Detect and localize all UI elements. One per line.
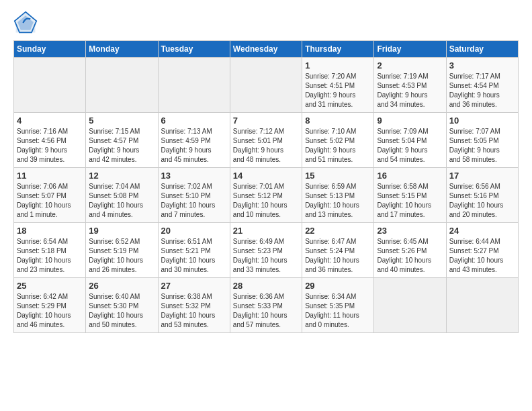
day-number: 26 (89, 281, 154, 291)
day-header-monday: Monday (86, 41, 158, 58)
calendar-cell: 29Sunrise: 6:34 AM Sunset: 5:35 PM Dayli… (302, 278, 374, 333)
calendar-cell: 18Sunrise: 6:54 AM Sunset: 5:18 PM Dayli… (14, 223, 86, 278)
svg-marker-2 (17, 15, 33, 30)
calendar-cell: 4Sunrise: 7:16 AM Sunset: 4:56 PM Daylig… (14, 113, 86, 168)
week-row-4: 25Sunrise: 6:42 AM Sunset: 5:29 PM Dayli… (14, 278, 519, 333)
day-info: Sunrise: 6:44 AM Sunset: 5:27 PM Dayligh… (449, 237, 515, 275)
day-info: Sunrise: 6:54 AM Sunset: 5:18 PM Dayligh… (17, 237, 83, 275)
day-number: 2 (377, 60, 443, 71)
calendar-cell: 8Sunrise: 7:10 AM Sunset: 5:02 PM Daylig… (302, 113, 374, 168)
day-number: 15 (305, 171, 371, 181)
day-info: Sunrise: 6:49 AM Sunset: 5:23 PM Dayligh… (233, 237, 299, 275)
day-number: 17 (449, 171, 515, 181)
day-number: 12 (89, 171, 154, 181)
day-info: Sunrise: 6:45 AM Sunset: 5:26 PM Dayligh… (377, 237, 443, 275)
calendar-cell (230, 58, 302, 113)
day-number: 3 (449, 60, 515, 71)
day-number: 5 (89, 116, 154, 126)
day-number: 21 (233, 226, 299, 236)
calendar-cell: 12Sunrise: 7:04 AM Sunset: 5:08 PM Dayli… (86, 168, 158, 223)
day-info: Sunrise: 7:17 AM Sunset: 4:54 PM Dayligh… (449, 72, 515, 109)
day-info: Sunrise: 6:38 AM Sunset: 5:32 PM Dayligh… (161, 292, 227, 330)
day-number: 14 (233, 171, 299, 181)
day-number: 13 (161, 171, 227, 181)
day-number: 29 (305, 281, 371, 291)
day-number: 4 (17, 116, 83, 126)
day-header-tuesday: Tuesday (158, 41, 230, 58)
calendar-cell: 1Sunrise: 7:20 AM Sunset: 4:51 PM Daylig… (302, 58, 374, 113)
calendar-cell: 15Sunrise: 6:59 AM Sunset: 5:13 PM Dayli… (302, 168, 374, 223)
day-info: Sunrise: 6:51 AM Sunset: 5:21 PM Dayligh… (161, 237, 227, 275)
day-info: Sunrise: 7:02 AM Sunset: 5:10 PM Dayligh… (161, 182, 227, 220)
calendar-cell: 11Sunrise: 7:06 AM Sunset: 5:07 PM Dayli… (14, 168, 86, 223)
day-number: 8 (305, 116, 371, 126)
day-number: 9 (377, 116, 443, 126)
day-info: Sunrise: 7:06 AM Sunset: 5:07 PM Dayligh… (17, 182, 83, 220)
day-info: Sunrise: 7:10 AM Sunset: 5:02 PM Dayligh… (305, 127, 371, 165)
logo (13, 11, 40, 35)
day-info: Sunrise: 7:04 AM Sunset: 5:08 PM Dayligh… (89, 182, 154, 220)
day-info: Sunrise: 7:16 AM Sunset: 4:56 PM Dayligh… (17, 127, 83, 165)
calendar-table: SundayMondayTuesdayWednesdayThursdayFrid… (13, 40, 519, 333)
calendar-cell: 25Sunrise: 6:42 AM Sunset: 5:29 PM Dayli… (14, 278, 86, 333)
day-info: Sunrise: 6:34 AM Sunset: 5:35 PM Dayligh… (305, 292, 371, 330)
day-header-thursday: Thursday (302, 41, 374, 58)
day-header-saturday: Saturday (446, 41, 518, 58)
day-info: Sunrise: 6:47 AM Sunset: 5:24 PM Dayligh… (305, 237, 371, 275)
day-info: Sunrise: 7:19 AM Sunset: 4:53 PM Dayligh… (377, 72, 443, 109)
calendar-cell (374, 278, 446, 333)
day-info: Sunrise: 7:09 AM Sunset: 5:04 PM Dayligh… (377, 127, 443, 165)
calendar-cell: 2Sunrise: 7:19 AM Sunset: 4:53 PM Daylig… (374, 58, 446, 113)
week-row-0: 1Sunrise: 7:20 AM Sunset: 4:51 PM Daylig… (14, 58, 519, 113)
day-number: 10 (449, 116, 515, 126)
calendar-cell: 14Sunrise: 7:01 AM Sunset: 5:12 PM Dayli… (230, 168, 302, 223)
day-number: 22 (305, 226, 371, 236)
calendar-cell (86, 58, 158, 113)
day-number: 24 (449, 226, 515, 236)
day-info: Sunrise: 7:07 AM Sunset: 5:05 PM Dayligh… (449, 127, 515, 165)
day-number: 18 (17, 226, 83, 236)
day-info: Sunrise: 6:42 AM Sunset: 5:29 PM Dayligh… (17, 292, 83, 330)
calendar-cell: 26Sunrise: 6:40 AM Sunset: 5:30 PM Dayli… (86, 278, 158, 333)
calendar-cell: 17Sunrise: 6:56 AM Sunset: 5:16 PM Dayli… (446, 168, 518, 223)
day-number: 23 (377, 226, 443, 236)
logo-icon (13, 11, 38, 35)
day-info: Sunrise: 6:40 AM Sunset: 5:30 PM Dayligh… (89, 292, 154, 330)
calendar-cell (446, 278, 518, 333)
day-info: Sunrise: 7:15 AM Sunset: 4:57 PM Dayligh… (89, 127, 154, 165)
day-header-wednesday: Wednesday (230, 41, 302, 58)
week-row-3: 18Sunrise: 6:54 AM Sunset: 5:18 PM Dayli… (14, 223, 519, 278)
calendar-cell: 20Sunrise: 6:51 AM Sunset: 5:21 PM Dayli… (158, 223, 230, 278)
day-number: 6 (161, 116, 227, 126)
calendar-cell: 19Sunrise: 6:52 AM Sunset: 5:19 PM Dayli… (86, 223, 158, 278)
day-number: 20 (161, 226, 227, 236)
day-info: Sunrise: 7:13 AM Sunset: 4:59 PM Dayligh… (161, 127, 227, 165)
day-info: Sunrise: 7:01 AM Sunset: 5:12 PM Dayligh… (233, 182, 299, 220)
day-number: 27 (161, 281, 227, 291)
page: SundayMondayTuesdayWednesdayThursdayFrid… (0, 0, 532, 340)
day-number: 19 (89, 226, 154, 236)
day-number: 16 (377, 171, 443, 181)
calendar-cell: 5Sunrise: 7:15 AM Sunset: 4:57 PM Daylig… (86, 113, 158, 168)
calendar-cell: 13Sunrise: 7:02 AM Sunset: 5:10 PM Dayli… (158, 168, 230, 223)
calendar-cell: 24Sunrise: 6:44 AM Sunset: 5:27 PM Dayli… (446, 223, 518, 278)
calendar-cell: 28Sunrise: 6:36 AM Sunset: 5:33 PM Dayli… (230, 278, 302, 333)
calendar-cell: 3Sunrise: 7:17 AM Sunset: 4:54 PM Daylig… (446, 58, 518, 113)
calendar-cell (158, 58, 230, 113)
calendar-cell: 16Sunrise: 6:58 AM Sunset: 5:15 PM Dayli… (374, 168, 446, 223)
calendar-cell: 23Sunrise: 6:45 AM Sunset: 5:26 PM Dayli… (374, 223, 446, 278)
calendar-cell: 22Sunrise: 6:47 AM Sunset: 5:24 PM Dayli… (302, 223, 374, 278)
day-number: 25 (17, 281, 83, 291)
day-number: 7 (233, 116, 299, 126)
day-header-friday: Friday (374, 41, 446, 58)
day-info: Sunrise: 6:56 AM Sunset: 5:16 PM Dayligh… (449, 182, 515, 220)
calendar-cell (14, 58, 86, 113)
calendar-cell: 9Sunrise: 7:09 AM Sunset: 5:04 PM Daylig… (374, 113, 446, 168)
day-info: Sunrise: 7:12 AM Sunset: 5:01 PM Dayligh… (233, 127, 299, 165)
day-info: Sunrise: 6:58 AM Sunset: 5:15 PM Dayligh… (377, 182, 443, 220)
header-row: SundayMondayTuesdayWednesdayThursdayFrid… (14, 41, 519, 58)
header (13, 11, 519, 35)
day-info: Sunrise: 6:59 AM Sunset: 5:13 PM Dayligh… (305, 182, 371, 220)
calendar-cell: 7Sunrise: 7:12 AM Sunset: 5:01 PM Daylig… (230, 113, 302, 168)
calendar-cell: 10Sunrise: 7:07 AM Sunset: 5:05 PM Dayli… (446, 113, 518, 168)
